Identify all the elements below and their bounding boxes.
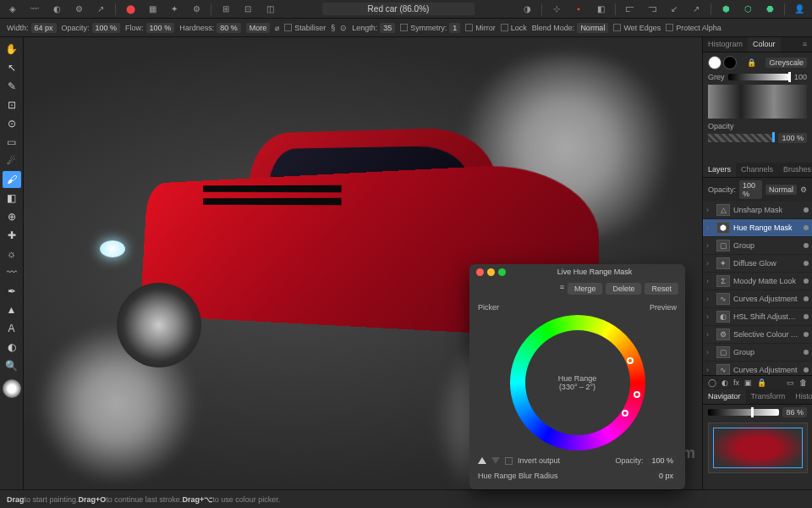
layer-row[interactable]: › ▢ Group [703,344,812,362]
zoom-slider[interactable] [708,409,779,416]
chevron-right-icon[interactable]: › [706,277,713,285]
move-back-icon[interactable]: ↙ [667,2,682,17]
hue-wheel[interactable]: Hue Range (330° – 2°) [510,315,645,450]
toggle-ui-icon[interactable]: ◧ [593,2,608,17]
hue-range-dialog[interactable]: Live Hue Range Mask ≡ Merge Delete Reset… [469,264,685,489]
delete-button[interactable]: Delete [606,283,641,295]
panel-menu-icon[interactable]: ≡ [798,37,812,52]
visibility-toggle[interactable] [804,279,809,284]
stabiliser-checkbox[interactable] [284,24,292,31]
flood-select-tool-icon[interactable]: ☄ [3,152,21,169]
layer-row[interactable]: › ∿ Curves Adjustment [703,362,812,375]
primary-colour-swatch[interactable] [708,56,721,69]
secondary-colour-swatch[interactable] [723,56,737,69]
chevron-right-icon[interactable]: › [706,295,713,303]
inpaint-tool-icon[interactable]: ✚ [3,227,21,244]
marquee-tool-icon[interactable]: ▭ [3,134,21,151]
chevron-right-icon[interactable]: › [706,241,713,250]
record-icon[interactable]: ⬤ [123,2,138,17]
dialog-menu-icon[interactable]: ≡ [560,283,564,295]
paint-brush-tool-icon[interactable]: 🖌 [3,171,21,188]
chevron-right-icon[interactable]: › [706,366,713,374]
document-title[interactable]: Red car (86.0%) [322,3,475,15]
zoom-value[interactable]: 86 % [782,407,807,417]
chevron-right-icon[interactable]: › [706,206,713,214]
blend-value[interactable]: Normal [577,23,608,33]
symmetry-checkbox[interactable] [400,24,408,31]
select-all-icon[interactable]: ⊞ [218,2,233,17]
gear-icon[interactable]: ⚙ [800,185,807,194]
opacity-value[interactable]: 100 % [778,133,807,143]
delete-layer-icon[interactable]: 🗑 [799,378,807,387]
lock-layer-icon[interactable]: 🔒 [757,378,766,387]
navigator-thumbnail[interactable] [708,422,808,473]
rope-mode-icon[interactable]: § [331,24,335,32]
account-icon[interactable]: 👤 [792,2,807,17]
invert-selection-icon[interactable]: ◫ [262,2,277,17]
width-value[interactable]: 64 px [31,23,57,33]
persona-develop-icon[interactable]: ◐ [49,2,64,17]
picker-label[interactable]: Picker [478,303,499,312]
more-button[interactable]: More [246,23,271,33]
settings-icon[interactable]: ⚙ [189,2,204,17]
window-mode-icon[interactable]: ⊙ [340,24,347,32]
chevron-right-icon[interactable]: › [706,312,713,321]
tab-colour[interactable]: Colour [748,37,781,52]
triangle-up-icon[interactable] [478,457,486,464]
stock-icon[interactable]: ⬡ [740,2,755,17]
maximize-icon[interactable] [498,268,506,276]
visibility-toggle[interactable] [804,243,809,248]
visibility-toggle[interactable] [804,225,809,230]
quick-mask-icon[interactable]: ◑ [519,2,535,17]
selection-brush-tool-icon[interactable]: ⊙ [3,115,21,132]
layer-row[interactable]: › ∿ Curves Adjustment [703,290,812,308]
persona-liquify-icon[interactable]: 〰 [27,2,42,17]
hardness-value[interactable]: 80 % [217,23,241,33]
flow-value[interactable]: 100 % [146,23,175,33]
visibility-toggle[interactable] [804,261,809,266]
crop-layer-icon[interactable]: ▣ [744,378,752,387]
chevron-right-icon[interactable]: › [706,259,713,268]
group-icon[interactable]: ▭ [787,378,794,387]
fx-icon[interactable]: fx [733,378,739,387]
reset-button[interactable]: Reset [645,283,678,295]
layer-blend-select[interactable]: Normal [765,185,797,195]
colour-preview[interactable] [708,85,807,119]
close-icon[interactable] [476,268,484,276]
snapping-icon[interactable]: ⊹ [549,2,564,17]
layer-row[interactable]: › ✦ Diffuse Glow [703,255,812,273]
arrange-v-icon[interactable]: ⫎ [645,2,660,17]
opacity-value[interactable]: 100 % [92,23,121,33]
persona-export-icon[interactable]: ↗ [93,2,108,17]
triangle-down-icon[interactable] [491,457,500,464]
visibility-toggle[interactable] [804,296,809,301]
crop-tool-icon[interactable]: ⊡ [3,97,21,113]
tab-histogram[interactable]: Histogram [703,37,748,52]
colour-mode-select[interactable]: Greyscale [765,58,807,68]
layer-row[interactable]: › ▢ Group [703,237,812,255]
opacity-slider[interactable] [708,134,775,142]
add-layer-icon[interactable]: ⬢ [718,2,733,17]
pen-tool-icon[interactable]: ✒ [3,283,21,300]
adjustment-icon[interactable]: ◐ [721,378,728,387]
clone-tool-icon[interactable]: ⊕ [3,208,21,225]
merge-button[interactable]: Merge [568,283,603,295]
color-picker-tool-icon[interactable]: ✎ [3,78,21,95]
text-tool-icon[interactable]: A [3,320,21,337]
tab-navigator[interactable]: Navigator [703,389,746,404]
visibility-toggle[interactable] [804,367,809,373]
hand-tool-icon[interactable]: ✋ [3,41,21,58]
macro-icon[interactable]: ▦ [145,2,160,17]
length-value[interactable]: 35 [380,23,395,33]
move-front-icon[interactable]: ↗ [689,2,704,17]
smudge-tool-icon[interactable]: 〰 [3,264,21,281]
symmetry-value[interactable]: 1 [449,23,460,33]
tab-history[interactable]: History [790,389,812,404]
shape-tool-icon[interactable]: ▲ [3,301,21,318]
deselect-icon[interactable]: ⊡ [240,2,255,17]
layer-row[interactable]: › ◐ HSL Shift Adjustment [703,308,812,326]
mirror-checkbox[interactable] [465,24,473,31]
assistant-icon[interactable]: ✦ [167,2,182,17]
preview-label[interactable]: Preview [650,303,677,312]
wet-edges-checkbox[interactable] [613,24,621,31]
